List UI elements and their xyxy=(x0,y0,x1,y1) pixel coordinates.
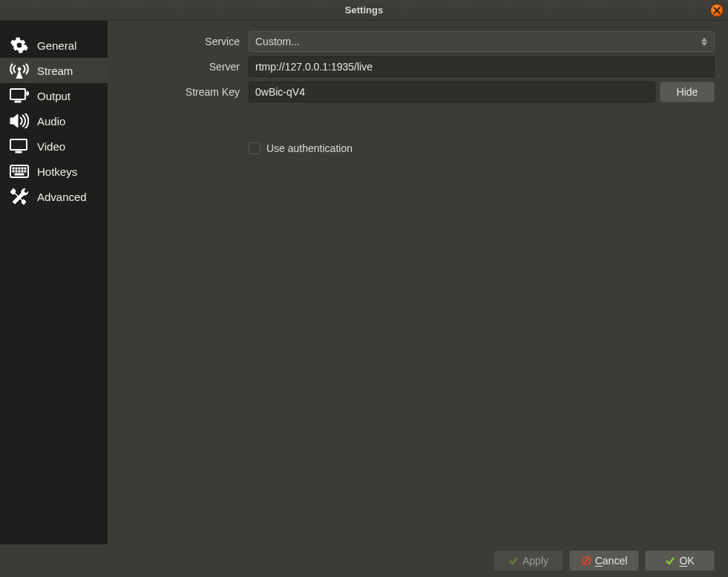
dialog-footer: Apply Cancel OK xyxy=(0,544,728,577)
svg-rect-16 xyxy=(15,174,24,175)
svg-rect-3 xyxy=(10,139,27,150)
ok-label: OK xyxy=(679,555,694,567)
sidebar-item-label: General xyxy=(37,39,100,52)
sidebar-item-label: Hotkeys xyxy=(37,165,100,178)
keyboard-icon xyxy=(9,163,30,179)
settings-sidebar: General Stream Output Audio Video xyxy=(0,21,108,544)
use-auth-label: Use authentication xyxy=(266,142,352,154)
cancel-icon xyxy=(581,555,591,566)
service-dropdown[interactable]: Custom... xyxy=(249,31,715,52)
sidebar-item-label: Advanced xyxy=(37,191,100,203)
sidebar-item-video[interactable]: Video xyxy=(0,133,108,159)
service-label: Service xyxy=(108,36,249,47)
streamkey-row: Stream Key Hide xyxy=(108,82,715,102)
svg-rect-13 xyxy=(19,171,20,172)
server-row: Server xyxy=(108,56,715,77)
use-auth-row: Use authentication xyxy=(249,142,715,154)
svg-rect-1 xyxy=(10,89,25,99)
svg-rect-10 xyxy=(24,168,26,169)
svg-line-18 xyxy=(583,558,588,564)
sidebar-item-stream[interactable]: Stream xyxy=(0,58,108,83)
sidebar-item-label: Video xyxy=(37,140,100,153)
svg-rect-12 xyxy=(16,171,17,172)
monitor-icon xyxy=(9,138,30,154)
sidebar-item-general[interactable]: General xyxy=(0,33,108,58)
server-label: Server xyxy=(108,61,249,73)
hide-button[interactable]: Hide xyxy=(660,82,715,102)
svg-rect-15 xyxy=(24,171,26,172)
check-icon xyxy=(508,555,519,566)
service-value: Custom... xyxy=(255,36,300,47)
svg-rect-14 xyxy=(22,171,23,172)
sidebar-item-output[interactable]: Output xyxy=(0,83,108,108)
apply-label: Apply xyxy=(522,555,548,567)
use-auth-checkbox[interactable] xyxy=(249,142,260,154)
streamkey-label: Stream Key xyxy=(108,86,249,98)
cancel-button[interactable]: Cancel xyxy=(569,550,639,571)
cancel-label: Cancel xyxy=(595,555,628,567)
gear-icon xyxy=(9,37,30,53)
output-icon xyxy=(9,88,30,104)
sidebar-item-audio[interactable]: Audio xyxy=(0,108,108,133)
speaker-icon xyxy=(9,113,30,129)
svg-rect-6 xyxy=(13,168,14,169)
ok-button[interactable]: OK xyxy=(645,550,715,571)
stream-settings-panel: Service Custom... Server Stream Key Hide… xyxy=(108,21,728,544)
check-icon xyxy=(665,555,675,566)
svg-rect-9 xyxy=(22,168,23,169)
antenna-icon xyxy=(9,62,30,79)
updown-icon xyxy=(699,35,709,48)
close-icon xyxy=(713,4,721,16)
svg-rect-7 xyxy=(16,168,17,169)
server-input[interactable] xyxy=(249,56,715,77)
sidebar-item-hotkeys[interactable]: Hotkeys xyxy=(0,159,108,184)
sidebar-item-label: Output xyxy=(37,90,100,102)
titlebar: Settings xyxy=(0,0,728,21)
svg-rect-8 xyxy=(19,168,20,169)
streamkey-input[interactable] xyxy=(249,82,655,102)
close-button[interactable] xyxy=(710,4,724,17)
svg-rect-11 xyxy=(13,171,14,172)
window-title: Settings xyxy=(345,4,383,16)
sidebar-item-label: Audio xyxy=(37,115,100,128)
apply-button[interactable]: Apply xyxy=(493,550,563,571)
service-row: Service Custom... xyxy=(108,31,715,52)
svg-rect-4 xyxy=(16,151,22,153)
sidebar-item-label: Stream xyxy=(37,65,100,77)
tools-icon xyxy=(9,188,30,205)
sidebar-item-advanced[interactable]: Advanced xyxy=(0,184,108,209)
svg-rect-2 xyxy=(15,101,21,102)
